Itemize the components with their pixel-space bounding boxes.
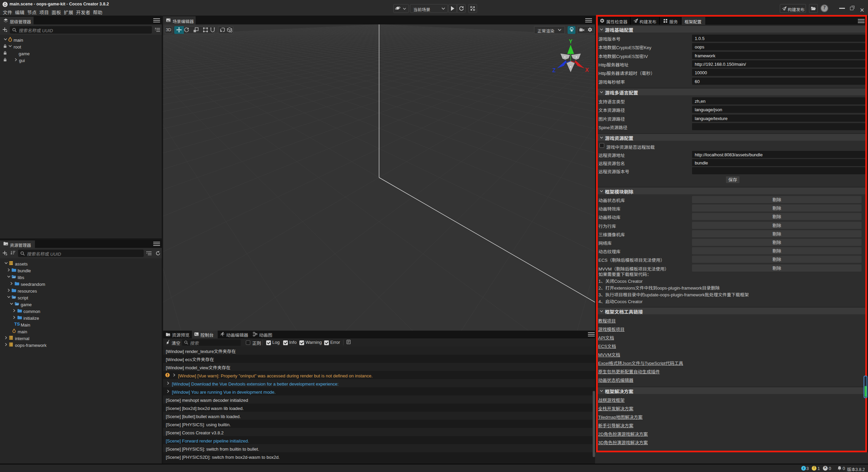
- svg-text:Z: Z: [552, 67, 556, 73]
- svg-text:X: X: [585, 67, 589, 73]
- svg-text:Y: Y: [569, 39, 573, 44]
